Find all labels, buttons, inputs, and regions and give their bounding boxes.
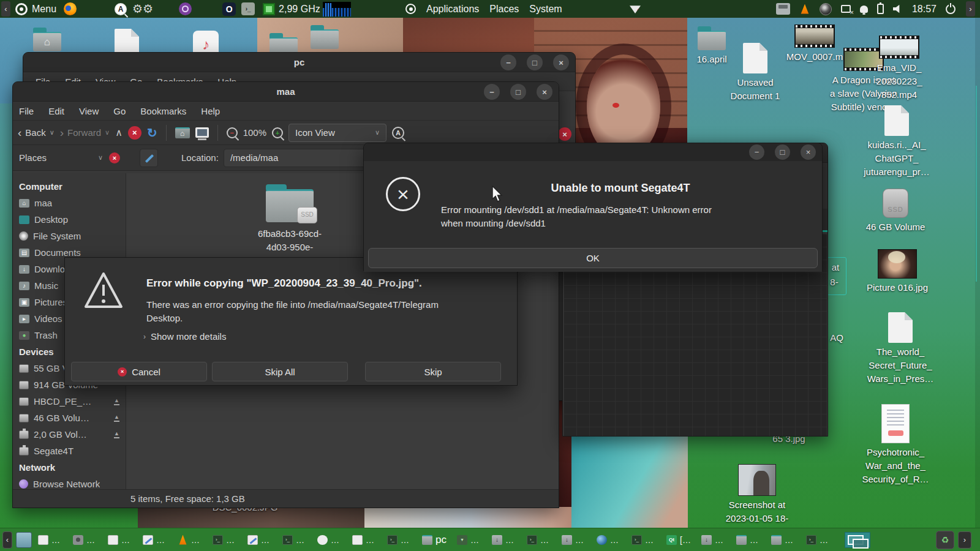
close-button[interactable]: ×	[537, 84, 552, 100]
taskbar-item-21[interactable]: …	[769, 535, 804, 545]
workspace-switcher[interactable]	[845, 532, 870, 548]
ok-button[interactable]: OK	[368, 248, 818, 268]
mount-dialog-titlebar[interactable]: − □ ×	[364, 143, 822, 161]
settings-gears-icon[interactable]: ⚙⚙	[132, 3, 153, 15]
taskbar-item-7[interactable]: …	[280, 535, 315, 545]
sphere-indicator-icon[interactable]	[820, 3, 832, 15]
menu-item-help[interactable]: Help	[201, 106, 220, 116]
sidebar-item-46-gb-volu[interactable]: 46 GB Volu…▲	[13, 410, 126, 426]
menu-item-go[interactable]: Go	[113, 106, 126, 116]
menu-item-bookmarks[interactable]: Bookmarks	[140, 106, 186, 116]
sidebar-item-segate4t[interactable]: Segate4T	[13, 443, 126, 459]
sidebar-item-desktop[interactable]: Desktop	[13, 211, 126, 228]
taskbar-item-4[interactable]: …	[175, 535, 210, 545]
places-menu[interactable]: Places	[489, 4, 519, 15]
skip-all-button[interactable]: Skip All	[212, 362, 348, 381]
taskbar-item-6[interactable]: …	[245, 535, 280, 545]
network-offline-icon[interactable]	[841, 5, 851, 13]
desktop-icon-psychotronic[interactable]: Psychotronic_War_and_the_Security_of_R…	[850, 404, 941, 486]
taskbar-item-19[interactable]: …	[699, 535, 734, 545]
taskbar-item-22[interactable]: …	[804, 535, 839, 545]
search-tool-icon[interactable]: A	[115, 3, 127, 15]
computer-button[interactable]	[195, 127, 209, 138]
menu-item-file[interactable]: File	[19, 106, 34, 116]
desktop-icon-picture-016-jpg[interactable]: Picture 016.jpg	[851, 249, 943, 294]
file-item-6fba8cb3-69cd[interactable]: SSD6fba8cb3-69cd-4d03-950e-84e4ad8d5281	[238, 183, 342, 268]
opera-icon[interactable]: O	[222, 2, 236, 16]
battery-icon[interactable]	[877, 4, 884, 14]
volume-icon[interactable]	[893, 4, 903, 14]
menu-item-edit[interactable]: Edit	[48, 106, 64, 116]
menu-logo-icon[interactable]	[15, 3, 28, 15]
close-button[interactable]: ×	[801, 144, 816, 160]
zoom-in-button[interactable]: +	[272, 127, 283, 138]
panel-collapse-left-icon[interactable]: ‹	[1, 1, 10, 17]
taskbar-item-13[interactable]: …	[489, 535, 524, 545]
maximize-button[interactable]: □	[527, 54, 543, 70]
maximize-button[interactable]: □	[510, 84, 526, 100]
desktop-icon-folder-home[interactable]	[1, 27, 93, 51]
pc-stop-button[interactable]: ×	[558, 127, 571, 141]
zoom-out-button[interactable]: −	[227, 127, 238, 138]
taskbar-item-0[interactable]: …	[36, 535, 70, 545]
stop-button[interactable]: ×	[128, 126, 141, 140]
sidebar-item-file-system[interactable]: File System	[13, 228, 126, 244]
taskbar-scroll-right-icon[interactable]: ›	[958, 531, 971, 549]
minimize-button[interactable]: −	[500, 54, 516, 70]
taskbar-item-10[interactable]: …	[385, 535, 420, 545]
copy-error-dialog[interactable]: Error while copying "WP_20200904_23_39_4…	[64, 257, 518, 386]
taskbar-item-16[interactable]: …	[594, 535, 629, 545]
mount-error-dialog[interactable]: − □ × × Unable to mount Segate4T Error m…	[363, 143, 823, 271]
edit-location-button[interactable]	[140, 149, 158, 167]
trash-applet-icon[interactable]	[936, 531, 954, 549]
view-mode-dropdown[interactable]: Icon View ∨	[288, 124, 386, 142]
clock[interactable]: 18:57	[912, 4, 937, 15]
wifi-icon[interactable]: ×	[630, 4, 641, 13]
firefox-icon[interactable]	[64, 2, 77, 15]
close-sidebar-button[interactable]: ×	[109, 152, 120, 163]
taskbar-item-9[interactable]: …	[350, 535, 385, 545]
show-desktop-button[interactable]	[16, 532, 32, 548]
home-folder-button[interactable]	[175, 127, 190, 138]
sidebar-item-2-0-gb-vol[interactable]: 2,0 GB Vol…▲	[13, 426, 126, 443]
forward-button[interactable]: › Forward ∨	[60, 127, 110, 138]
skip-button[interactable]: Skip	[365, 362, 501, 381]
terminal-icon[interactable]: ›_	[241, 2, 255, 15]
maa-window-titlebar[interactable]: maa − □ ×	[13, 82, 559, 102]
taskbar-item-20[interactable]: …	[734, 535, 769, 545]
taskbar-item-pc[interactable]: pc	[420, 534, 454, 546]
pc-window-titlebar[interactable]: pc − □ ×	[23, 53, 575, 72]
show-more-details-expander[interactable]: › Show more details	[143, 331, 226, 342]
sidebar-item-maa[interactable]: ⌂maa	[13, 195, 126, 211]
taskbar-item-12[interactable]: …	[454, 535, 489, 545]
applications-menu[interactable]: Applications	[426, 4, 479, 15]
desktop-icon-kuidas-ri-ai[interactable]: kuidas.ri.._AI_ChatGPT_jutuarengu_pr…	[851, 105, 943, 179]
desktop-icon-ema-vid[interactable]: Ema_VID_20230223_852.mp4	[853, 36, 945, 102]
file-drawer-icon[interactable]	[776, 3, 790, 15]
taskbar-scroll-left-icon[interactable]: ‹	[2, 531, 12, 549]
taskbar-item-2[interactable]: …	[105, 535, 140, 545]
taskbar-item-17[interactable]: …	[629, 535, 664, 545]
refresh-button[interactable]: ↻	[147, 126, 157, 140]
menu-button[interactable]: Menu	[32, 4, 56, 15]
minimize-button[interactable]: −	[484, 84, 500, 100]
taskbar-item-5[interactable]: …	[210, 535, 245, 545]
up-button[interactable]: ∧	[115, 128, 123, 138]
desktop-icon-46-gb-volume[interactable]: 46 GB Volume	[850, 189, 941, 234]
search-icon[interactable]: A	[392, 127, 404, 139]
system-menu[interactable]: System	[529, 4, 562, 15]
close-button[interactable]: ×	[553, 54, 569, 70]
minimize-button[interactable]: −	[749, 144, 764, 160]
taskbar-item-1[interactable]: …	[70, 535, 105, 545]
back-button[interactable]: ‹ Back ∨	[18, 127, 55, 138]
taskbar-item-8[interactable]: …	[315, 535, 350, 545]
desktop-icon-the-world[interactable]: The_world_Secret_Future_Wars_in_Pres…	[854, 312, 946, 386]
cancel-button[interactable]: × Cancel	[71, 362, 207, 381]
taskbar-item-15[interactable]: …	[559, 535, 594, 545]
sidebar-item-browse-network[interactable]: Browse Network	[13, 476, 126, 489]
eject-icon[interactable]: ▲	[114, 431, 119, 438]
taskbar-item-18[interactable]: Qt[…	[664, 535, 699, 545]
maximize-button[interactable]: □	[775, 144, 790, 160]
system-monitor-graph[interactable]	[323, 2, 351, 17]
vlc-icon[interactable]	[799, 4, 810, 14]
